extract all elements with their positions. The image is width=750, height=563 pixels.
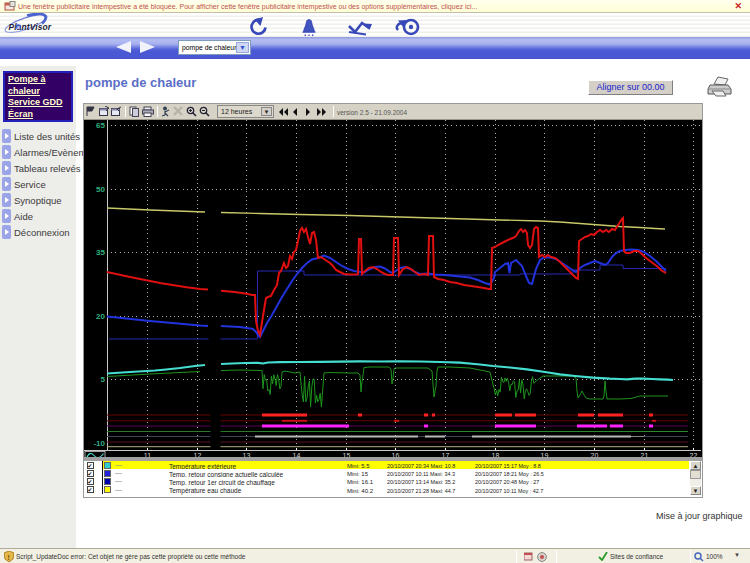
svg-text:20: 20 — [96, 312, 105, 321]
svg-text:!: ! — [7, 553, 10, 562]
svg-text:PlantVisor: PlantVisor — [9, 22, 52, 32]
svg-text:35: 35 — [96, 248, 105, 257]
svg-text:-10: -10 — [93, 439, 105, 448]
svg-text:50: 50 — [96, 185, 105, 194]
svg-text:5: 5 — [101, 375, 106, 384]
svg-text:65: 65 — [96, 121, 105, 130]
